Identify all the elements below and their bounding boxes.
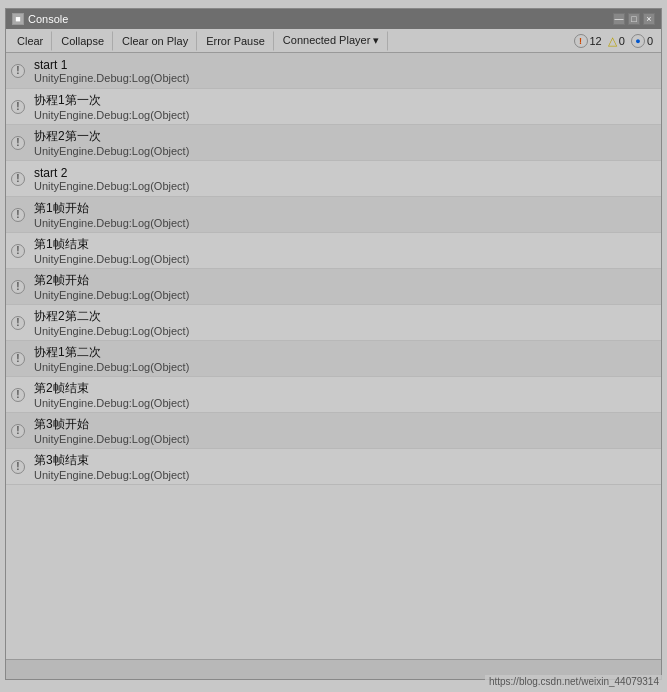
log-entry[interactable]: !第1帧结束UnityEngine.Debug:Log(Object)	[6, 233, 661, 269]
log-icon: !	[11, 64, 25, 78]
log-line1: start 2	[34, 166, 657, 180]
log-icon: !	[11, 244, 25, 258]
log-icon-cell: !	[6, 377, 30, 412]
log-text-cell: start 1UnityEngine.Debug:Log(Object)	[30, 53, 661, 88]
log-icon-cell: !	[6, 161, 30, 196]
log-line1: 协程1第一次	[34, 92, 657, 109]
log-text-cell: 第2帧开始UnityEngine.Debug:Log(Object)	[30, 269, 661, 304]
log-line2: UnityEngine.Debug:Log(Object)	[34, 361, 657, 373]
title-bar: ■ Console — □ ×	[6, 9, 661, 29]
title-bar-left: ■ Console	[12, 13, 68, 25]
log-line2: UnityEngine.Debug:Log(Object)	[34, 397, 657, 409]
console-window: ■ Console — □ × Clear Collapse Clear on …	[5, 8, 662, 680]
log-line1: 第1帧开始	[34, 200, 657, 217]
toolbar: Clear Collapse Clear on Play Error Pause…	[6, 29, 661, 53]
log-icon: !	[11, 136, 25, 150]
info-icon: ●	[631, 34, 645, 48]
log-line1: 协程1第二次	[34, 344, 657, 361]
log-line1: 第3帧结束	[34, 452, 657, 469]
log-line2: UnityEngine.Debug:Log(Object)	[34, 217, 657, 229]
error-pause-button[interactable]: Error Pause	[197, 31, 274, 51]
window-title: Console	[28, 13, 68, 25]
minimize-button[interactable]: —	[613, 13, 625, 25]
log-icon: !	[11, 460, 25, 474]
error-icon: !	[574, 34, 588, 48]
log-text-cell: start 2UnityEngine.Debug:Log(Object)	[30, 161, 661, 196]
log-icon: !	[11, 280, 25, 294]
log-icon: !	[11, 172, 25, 186]
maximize-button[interactable]: □	[628, 13, 640, 25]
log-icon-cell: !	[6, 89, 30, 124]
log-text-cell: 协程1第一次UnityEngine.Debug:Log(Object)	[30, 89, 661, 124]
log-entry[interactable]: !协程1第一次UnityEngine.Debug:Log(Object)	[6, 89, 661, 125]
log-text-cell: 第3帧结束UnityEngine.Debug:Log(Object)	[30, 449, 661, 484]
log-icon: !	[11, 100, 25, 114]
log-text-cell: 协程1第二次UnityEngine.Debug:Log(Object)	[30, 341, 661, 376]
title-bar-controls[interactable]: — □ ×	[613, 13, 655, 25]
log-icon-cell: !	[6, 449, 30, 484]
log-icon: !	[11, 424, 25, 438]
clear-on-play-button[interactable]: Clear on Play	[113, 31, 197, 51]
log-entry[interactable]: !协程2第一次UnityEngine.Debug:Log(Object)	[6, 125, 661, 161]
log-icon-cell: !	[6, 197, 30, 232]
log-icon-cell: !	[6, 233, 30, 268]
console-icon: ■	[12, 13, 24, 25]
warning-badge[interactable]: △ 0	[608, 34, 625, 48]
log-entry[interactable]: !start 1UnityEngine.Debug:Log(Object)	[6, 53, 661, 89]
error-count: 12	[590, 35, 602, 47]
log-line1: 第2帧结束	[34, 380, 657, 397]
log-text-cell: 第1帧开始UnityEngine.Debug:Log(Object)	[30, 197, 661, 232]
log-text-cell: 第2帧结束UnityEngine.Debug:Log(Object)	[30, 377, 661, 412]
log-icon-cell: !	[6, 125, 30, 160]
log-line1: 第2帧开始	[34, 272, 657, 289]
log-text-cell: 第1帧结束UnityEngine.Debug:Log(Object)	[30, 233, 661, 268]
log-icon: !	[11, 352, 25, 366]
error-badge[interactable]: ! 12	[574, 34, 602, 48]
log-icon-cell: !	[6, 413, 30, 448]
warning-count: 0	[619, 35, 625, 47]
log-entry[interactable]: !第3帧结束UnityEngine.Debug:Log(Object)	[6, 449, 661, 485]
log-line2: UnityEngine.Debug:Log(Object)	[34, 180, 657, 192]
log-line2: UnityEngine.Debug:Log(Object)	[34, 145, 657, 157]
log-line1: start 1	[34, 58, 657, 72]
log-line1: 协程2第二次	[34, 308, 657, 325]
log-line2: UnityEngine.Debug:Log(Object)	[34, 253, 657, 265]
info-badge[interactable]: ● 0	[631, 34, 653, 48]
log-text-cell: 协程2第二次UnityEngine.Debug:Log(Object)	[30, 305, 661, 340]
log-line2: UnityEngine.Debug:Log(Object)	[34, 289, 657, 301]
info-count: 0	[647, 35, 653, 47]
log-line1: 第3帧开始	[34, 416, 657, 433]
log-entry[interactable]: !第3帧开始UnityEngine.Debug:Log(Object)	[6, 413, 661, 449]
log-line2: UnityEngine.Debug:Log(Object)	[34, 433, 657, 445]
log-area[interactable]: !start 1UnityEngine.Debug:Log(Object)!协程…	[6, 53, 661, 659]
log-entry[interactable]: !第1帧开始UnityEngine.Debug:Log(Object)	[6, 197, 661, 233]
log-line1: 第1帧结束	[34, 236, 657, 253]
toolbar-status: ! 12 △ 0 ● 0	[574, 34, 660, 48]
close-button[interactable]: ×	[643, 13, 655, 25]
collapse-button[interactable]: Collapse	[52, 31, 113, 51]
log-icon-cell: !	[6, 53, 30, 88]
log-icon: !	[11, 208, 25, 222]
log-line2: UnityEngine.Debug:Log(Object)	[34, 72, 657, 84]
log-icon-cell: !	[6, 305, 30, 340]
warning-icon: △	[608, 34, 617, 48]
log-entry[interactable]: !start 2UnityEngine.Debug:Log(Object)	[6, 161, 661, 197]
log-icon: !	[11, 388, 25, 402]
log-line2: UnityEngine.Debug:Log(Object)	[34, 469, 657, 481]
log-entry[interactable]: !第2帧结束UnityEngine.Debug:Log(Object)	[6, 377, 661, 413]
log-icon-cell: !	[6, 341, 30, 376]
log-entry[interactable]: !第2帧开始UnityEngine.Debug:Log(Object)	[6, 269, 661, 305]
connected-player-button[interactable]: Connected Player ▾	[274, 31, 389, 51]
log-entry[interactable]: !协程2第二次UnityEngine.Debug:Log(Object)	[6, 305, 661, 341]
log-line2: UnityEngine.Debug:Log(Object)	[34, 325, 657, 337]
log-text-cell: 第3帧开始UnityEngine.Debug:Log(Object)	[30, 413, 661, 448]
log-line1: 协程2第一次	[34, 128, 657, 145]
watermark: https://blog.csdn.net/weixin_44079314	[485, 675, 663, 688]
log-icon-cell: !	[6, 269, 30, 304]
log-line2: UnityEngine.Debug:Log(Object)	[34, 109, 657, 121]
clear-button[interactable]: Clear	[8, 31, 52, 51]
log-entry[interactable]: !协程1第二次UnityEngine.Debug:Log(Object)	[6, 341, 661, 377]
log-icon: !	[11, 316, 25, 330]
log-text-cell: 协程2第一次UnityEngine.Debug:Log(Object)	[30, 125, 661, 160]
